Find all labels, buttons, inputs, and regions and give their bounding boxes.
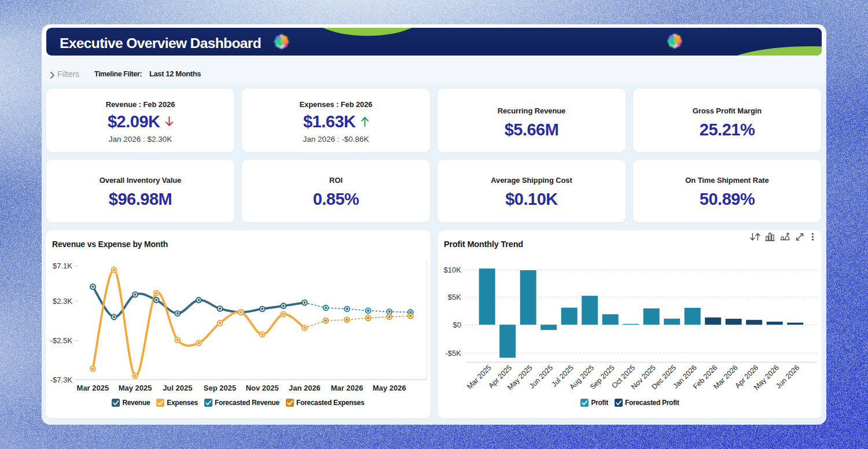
svg-text:May 2026: May 2026	[373, 384, 406, 392]
svg-text:$0: $0	[453, 321, 461, 329]
svg-text:Jan 2026: Jan 2026	[289, 384, 321, 392]
svg-text:$2.3K: $2.3K	[53, 297, 72, 306]
svg-text:Profit Monthly Trend: Profit Monthly Trend	[444, 240, 523, 249]
svg-text:$7.1K: $7.1K	[53, 262, 72, 270]
svg-text:Nov 2025: Nov 2025	[246, 384, 279, 392]
svg-text:May 2025: May 2025	[119, 384, 152, 392]
svg-text:-$2.5K: -$2.5K	[50, 336, 73, 345]
svg-text:Mar 2026: Mar 2026	[331, 384, 363, 392]
svg-text:Revenue vs Expense by Month: Revenue vs Expense by Month	[52, 240, 168, 249]
svg-text:Sep 2025: Sep 2025	[204, 384, 236, 392]
svg-text:-$7.3K: -$7.3K	[50, 376, 73, 384]
svg-text:Jul 2025: Jul 2025	[163, 384, 192, 392]
svg-text:$5K: $5K	[448, 293, 461, 301]
svg-text:$10K: $10K	[444, 266, 462, 274]
svg-text:Mar 2025: Mar 2025	[77, 384, 109, 392]
svg-text:-$5K: -$5K	[446, 349, 462, 358]
